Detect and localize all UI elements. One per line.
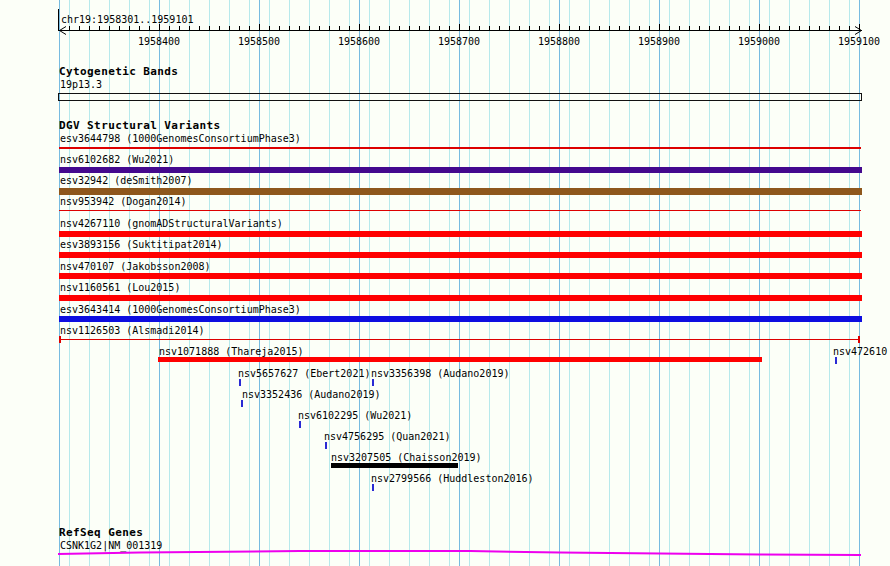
variant-bar[interactable] bbox=[59, 147, 861, 149]
variant-bar[interactable] bbox=[331, 463, 458, 468]
variant-label[interactable]: nsv953942 (Dogan2014) bbox=[60, 196, 186, 207]
variant-label[interactable]: nsv5657627 (Ebert2021) bbox=[238, 368, 370, 379]
variant-label[interactable]: nsv470107 (Jakobsson2008) bbox=[60, 261, 211, 272]
variant-label[interactable]: esv32942 (deSmith2007) bbox=[60, 175, 192, 186]
variant-tick-mark[interactable] bbox=[239, 379, 241, 386]
variant-tick-mark[interactable] bbox=[325, 442, 327, 449]
variant-tick-mark[interactable] bbox=[835, 357, 837, 364]
variant-tick-mark[interactable] bbox=[372, 484, 374, 491]
variant-bar[interactable] bbox=[59, 273, 862, 279]
variant-label[interactable]: nsv472610 bbox=[833, 346, 887, 357]
variant-label[interactable]: esv3644798 (1000GenomesConsortiumPhase3) bbox=[60, 133, 301, 144]
variant-label[interactable]: nsv2799566 (Huddleston2016) bbox=[371, 473, 534, 484]
variant-label[interactable]: esv3893156 (Suktitipat2014) bbox=[60, 239, 223, 250]
variant-bar[interactable] bbox=[59, 295, 862, 301]
variant-label[interactable]: nsv3352436 (Audano2019) bbox=[242, 389, 380, 400]
variant-label[interactable]: nsv4756295 (Quan2021) bbox=[324, 431, 450, 442]
variant-bar[interactable] bbox=[59, 231, 862, 237]
variant-range-bracket[interactable] bbox=[59, 336, 860, 343]
variant-tick-mark[interactable] bbox=[299, 421, 301, 428]
variant-label[interactable]: nsv3356398 (Audano2019) bbox=[371, 368, 509, 379]
variant-tracks: esv3644798 (1000GenomesConsortiumPhase3)… bbox=[0, 0, 890, 566]
variant-label[interactable]: nsv1126503 (Alsmadi2014) bbox=[60, 325, 205, 336]
variant-label[interactable]: esv3643414 (1000GenomesConsortiumPhase3) bbox=[60, 304, 301, 315]
variant-label[interactable]: nsv6102295 (Wu2021) bbox=[298, 410, 412, 421]
genome-browser-view: chr19:1958301..1959101 19584001958500195… bbox=[0, 0, 890, 566]
variant-label[interactable]: nsv1071888 (Thareja2015) bbox=[159, 346, 304, 357]
variant-label[interactable]: nsv1160561 (Lou2015) bbox=[60, 282, 180, 293]
variant-label[interactable]: nsv6102682 (Wu2021) bbox=[60, 154, 174, 165]
variant-bar[interactable] bbox=[158, 357, 762, 362]
variant-label[interactable]: nsv4267110 (gnomADStructuralVariants) bbox=[60, 218, 283, 229]
variant-bar[interactable] bbox=[59, 252, 862, 258]
variant-bar[interactable] bbox=[59, 188, 862, 195]
variant-bar[interactable] bbox=[59, 210, 861, 211]
variant-label[interactable]: nsv3207505 (Chaisson2019) bbox=[331, 452, 482, 463]
variant-bar[interactable] bbox=[59, 167, 862, 173]
variant-tick-mark[interactable] bbox=[241, 400, 243, 407]
variant-range-line bbox=[61, 339, 858, 340]
variant-tick-mark[interactable] bbox=[372, 379, 374, 386]
variant-bar[interactable] bbox=[59, 316, 862, 322]
